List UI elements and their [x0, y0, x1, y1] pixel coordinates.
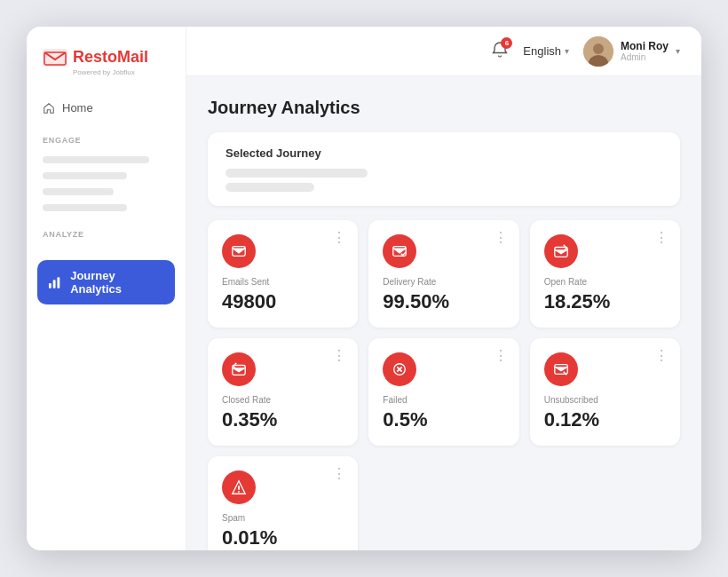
- notification-button[interactable]: 6: [491, 41, 509, 62]
- metric-icon-wrap-closed-rate: [222, 352, 256, 386]
- svg-rect-4: [57, 277, 59, 288]
- metric-label-closed-rate: Closed Rate: [222, 395, 344, 405]
- metric-card-unsubscribed: ⋮ Unsubscribed 0.12%: [530, 338, 680, 446]
- nav-journey-analytics-label: Journey Analytics: [70, 269, 164, 296]
- svg-point-19: [238, 491, 240, 493]
- metric-value-failed: 0.5%: [383, 408, 504, 431]
- svg-rect-0: [43, 49, 67, 67]
- metric-card-closed-rate: ⋮ Closed Rate 0.35%: [208, 338, 358, 446]
- metric-more-closed-rate[interactable]: ⋮: [332, 349, 347, 363]
- metric-icon-wrap-failed: [383, 352, 416, 386]
- app-shell: RestoMail Powered by Jobflux Home ENGAGE…: [27, 27, 701, 550]
- metric-label-spam: Spam: [222, 513, 344, 523]
- skeleton-engage-1: [43, 156, 149, 163]
- metric-more-emails-sent[interactable]: ⋮: [332, 231, 347, 245]
- metric-value-closed-rate: 0.35%: [222, 408, 344, 431]
- chevron-down-icon: ▾: [565, 46, 569, 56]
- main-content: 6 English ▾ Moni Roy Admin ▾: [186, 27, 701, 550]
- metric-icon-wrap-delivery-rate: [383, 234, 416, 268]
- metric-card-emails-sent: ⋮ Emails Sent 49800: [208, 220, 358, 328]
- metric-icon-wrap-spam: [222, 470, 256, 504]
- avatar: [583, 36, 613, 67]
- metric-icon-wrap-unsubscribed: [544, 352, 578, 386]
- metric-card-open-rate: ⋮ Open Rate 18.25%: [530, 220, 680, 328]
- chart-icon: [48, 275, 61, 289]
- metric-value-delivery-rate: 99.50%: [383, 290, 504, 313]
- skeleton-engage-3: [43, 188, 114, 195]
- logo-prefix: Resto: [73, 48, 117, 66]
- user-role: Admin: [621, 52, 669, 62]
- metric-label-failed: Failed: [383, 395, 504, 405]
- metric-value-open-rate: 18.25%: [544, 290, 666, 313]
- user-info: Moni Roy Admin: [621, 40, 669, 62]
- selected-journey-card: Selected Journey: [208, 132, 680, 206]
- metric-label-open-rate: Open Rate: [544, 277, 666, 287]
- logo-icon: [43, 49, 67, 67]
- metric-card-failed: ⋮ Failed 0.5%: [368, 338, 518, 446]
- user-name: Moni Roy: [621, 40, 669, 52]
- metric-label-delivery-rate: Delivery Rate: [383, 277, 504, 287]
- logo-text: RestoMail: [73, 48, 148, 67]
- svg-rect-3: [53, 280, 56, 288]
- metric-more-open-rate[interactable]: ⋮: [654, 231, 669, 245]
- avatar-image: [583, 36, 613, 67]
- logo-row: RestoMail: [43, 48, 170, 67]
- metric-more-spam[interactable]: ⋮: [332, 467, 347, 481]
- metric-more-unsubscribed[interactable]: ⋮: [654, 349, 669, 363]
- metrics-grid: ⋮ Emails Sent 49800 ⋮ Delivery Rate 99.5…: [208, 220, 680, 550]
- nav-home-label: Home: [62, 101, 93, 115]
- logo-area: RestoMail Powered by Jobflux: [27, 48, 186, 94]
- sidebar: RestoMail Powered by Jobflux Home ENGAGE…: [27, 27, 186, 550]
- language-label: English: [523, 44, 561, 58]
- nav-home[interactable]: Home: [27, 94, 186, 122]
- user-menu[interactable]: Moni Roy Admin ▾: [583, 36, 680, 67]
- language-selector[interactable]: English ▾: [523, 44, 569, 58]
- sidebar-item-journey-analytics[interactable]: Journey Analytics: [37, 260, 175, 304]
- selected-journey-label: Selected Journey: [226, 146, 662, 160]
- metric-more-failed[interactable]: ⋮: [494, 349, 509, 363]
- metric-label-unsubscribed: Unsubscribed: [544, 395, 666, 405]
- metric-card-spam: ⋮ Spam 0.01%: [208, 456, 358, 550]
- metric-value-spam: 0.01%: [222, 526, 344, 549]
- engage-section-label: ENGAGE: [27, 122, 186, 152]
- page-content: Journey Analytics Selected Journey ⋮ Ema…: [186, 76, 701, 550]
- analyze-section-label: ANALYZE: [27, 216, 186, 246]
- metric-value-emails-sent: 49800: [222, 290, 344, 313]
- home-icon: [43, 102, 55, 115]
- metric-label-emails-sent: Emails Sent: [222, 277, 344, 287]
- powered-by: Powered by Jobflux: [73, 68, 170, 76]
- metric-icon-wrap-open-rate: [544, 234, 578, 268]
- logo-suffix: Mail: [117, 48, 148, 66]
- skeleton-engage-4: [43, 204, 127, 211]
- svg-point-6: [593, 43, 604, 54]
- svg-rect-2: [49, 283, 51, 288]
- metric-more-delivery-rate[interactable]: ⋮: [494, 231, 509, 245]
- topbar: 6 English ▾ Moni Roy Admin ▾: [186, 27, 701, 76]
- metric-value-unsubscribed: 0.12%: [544, 408, 666, 431]
- journey-skeleton-short: [226, 183, 314, 192]
- skeleton-engage-2: [43, 172, 127, 179]
- page-title: Journey Analytics: [208, 98, 680, 118]
- journey-skeleton-long: [226, 169, 368, 178]
- metric-icon-wrap-emails-sent: [222, 234, 256, 268]
- user-chevron-icon: ▾: [676, 46, 680, 56]
- notification-badge: 6: [501, 37, 512, 49]
- metric-card-delivery-rate: ⋮ Delivery Rate 99.50%: [368, 220, 518, 328]
